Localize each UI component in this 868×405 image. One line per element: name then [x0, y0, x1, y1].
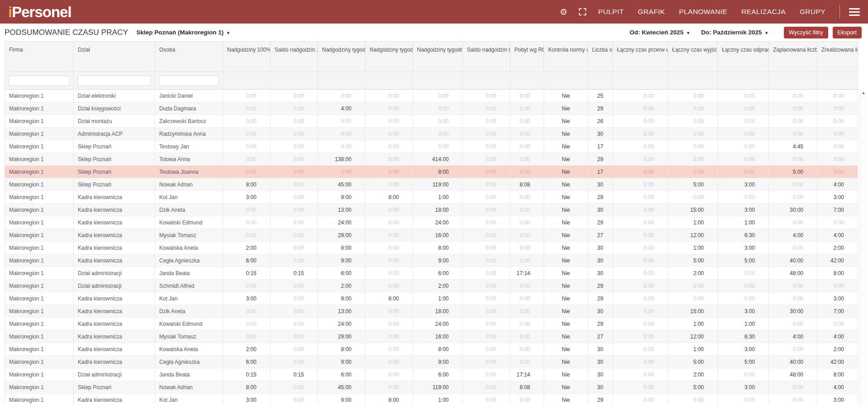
column-header-nadgodziny-do-odebrania[interactable]: Nadgodziny tygodniowe do odebrania	[413, 42, 463, 72]
table-cell: 0:00	[510, 318, 544, 330]
table-row[interactable]: Makroregion 1Sklep PoznańNowak Adrian8:0…	[5, 381, 858, 394]
table-row[interactable]: Makroregion 1Kadra kierowniczaKowalski E…	[5, 318, 858, 330]
column-header-wyjscia-prywatne[interactable]: Łączny czas wyjść prywatnych	[668, 42, 718, 72]
table-cell: 30:00	[769, 305, 817, 318]
table-row[interactable]: Makroregion 1Kadra kierowniczaKowalska A…	[5, 242, 858, 254]
table-row[interactable]: Makroregion 1Kadra kierowniczaCegła Agni…	[5, 356, 858, 368]
fullscreen-icon[interactable]	[579, 8, 586, 15]
table-row[interactable]: Makroregion 1Dział administracjiSchmidt …	[5, 280, 858, 292]
table-cell: 0:00	[613, 90, 668, 102]
table-cell: 17:14	[510, 368, 544, 381]
table-row[interactable]: Makroregion 1Sklep PoznańTestowa Joanna0…	[5, 166, 858, 178]
table-row[interactable]: Makroregion 1Kadra kierowniczaKot Jan3:0…	[5, 292, 858, 305]
nav-item-pulpit[interactable]: PULPIT	[598, 8, 624, 16]
table-cell: Makroregion 1	[5, 394, 74, 405]
table-cell: Kadra kierownicza	[74, 356, 155, 368]
table-row[interactable]: Makroregion 1Dział administracjiJanda Be…	[5, 267, 858, 280]
table-cell: 0:00	[510, 191, 544, 204]
column-header-zrealizowane-nocne[interactable]: Zrealizowana liczba godzin nocnych	[817, 42, 858, 72]
table-cell: 30	[588, 267, 613, 280]
table-cell: 0:00	[510, 330, 544, 343]
nav-item-grupy[interactable]: GRUPY	[800, 8, 825, 16]
table-row[interactable]: Makroregion 1Administracja ACPRadzymińsk…	[5, 128, 858, 140]
table-cell: 30	[588, 204, 613, 216]
table-row[interactable]: Makroregion 1Dział administracjiJanda Be…	[5, 368, 858, 381]
table-cell: 0:00	[365, 166, 413, 178]
export-button[interactable]: Eksport	[833, 27, 862, 38]
table-cell: 6:00	[318, 368, 365, 381]
table-cell: Nie	[544, 229, 588, 242]
table-cell: Kot Jan	[155, 292, 223, 305]
table-cell: 12:00	[668, 330, 718, 343]
table-row[interactable]: Makroregion 1Sklep PoznańTestowy Jan0:00…	[5, 140, 858, 153]
column-header-nadgodziny-tygodniowe[interactable]: Nadgodziny tygodniowe	[318, 42, 365, 72]
table-row[interactable]: Makroregion 1Kadra kierowniczaMysiak Tom…	[5, 330, 858, 343]
date-to-selector[interactable]: Do: Październik 2025 ▾	[701, 29, 768, 36]
table-row[interactable]: Makroregion 1Sklep PoznańTstowa Anna0:00…	[5, 153, 858, 166]
table-cell: 9:00	[413, 356, 463, 368]
date-from-selector[interactable]: Od: Kwiecień 2025 ▾	[630, 29, 689, 36]
table-cell: Makroregion 1	[5, 204, 74, 216]
table-row[interactable]: Makroregion 1Dział elektronikiJanicki Da…	[5, 90, 858, 102]
table-row[interactable]: Makroregion 1Kadra kierowniczaDzik Aneta…	[5, 204, 858, 216]
table-row[interactable]: Makroregion 1Kadra kierowniczaKowalska A…	[5, 343, 858, 356]
table-cell: Makroregion 1	[5, 140, 74, 153]
table-cell: Nie	[544, 140, 588, 153]
table-row[interactable]: Makroregion 1Kadra kierowniczaKowalski E…	[5, 216, 858, 229]
column-header-nadgodziny-100[interactable]: Nadgodziny 100% do odbioru	[223, 42, 270, 72]
table-cell: 0:00	[463, 229, 510, 242]
table-cell: 0:00	[769, 216, 817, 229]
table-cell: 0:00	[718, 280, 769, 292]
filter-input-osoba[interactable]	[159, 76, 219, 86]
scope-selector[interactable]: Sklep Poznań (Makroregion 1) ▾	[136, 29, 229, 36]
column-header-dzial[interactable]: Dział	[74, 42, 155, 72]
vertical-scrollbar[interactable]: ▲	[860, 89, 867, 405]
column-header-zaplanowane-nocne[interactable]: Zaplanowana liczba godzin nocnych	[769, 42, 817, 72]
table-row[interactable]: Makroregion 1Kadra kierowniczaCegła Agni…	[5, 254, 858, 267]
column-header-firma[interactable]: Firma	[5, 42, 74, 72]
table-row[interactable]: Makroregion 1Kadra kierowniczaMysiak Tom…	[5, 229, 858, 242]
nav-item-realizacja[interactable]: REALIZACJA	[741, 8, 786, 16]
table-row[interactable]: Makroregion 1Kadra kierowniczaKot Jan3:0…	[5, 191, 858, 204]
table-cell: 0:00	[223, 229, 270, 242]
column-header-czas-przerw[interactable]: Łączny czas przerw według RCP	[613, 42, 668, 72]
table-cell: Kowalska Aneta	[155, 343, 223, 356]
table-row[interactable]: Makroregion 1Sklep PoznańNowak Adrian8:0…	[5, 178, 858, 191]
settings-gear-icon[interactable]: ⚙	[560, 7, 567, 17]
filter-input-dzial[interactable]	[77, 76, 151, 86]
table-cell: Nie	[544, 394, 588, 405]
scroll-up-arrow-icon[interactable]: ▲	[860, 89, 867, 96]
column-header-kontrola-normy[interactable]: Kontrola normy dobowej	[544, 42, 588, 72]
column-header-pobyt-rcp[interactable]: Pobyt wg RCP	[510, 42, 544, 72]
table-cell: 0:00	[270, 140, 318, 153]
column-header-odpracowania[interactable]: Łączny czas odpracowań wyjść prywatnych	[718, 42, 769, 72]
column-header-liczba-sobot[interactable]: Liczba sobót	[588, 42, 613, 72]
column-header-nadgodziny-do-wyplaty[interactable]: Nadgodziny tygodniowe do wypłaty	[365, 42, 413, 72]
table-cell: 0:00	[613, 356, 668, 368]
filter-input-firma[interactable]	[9, 76, 70, 86]
hamburger-menu-icon[interactable]	[847, 7, 862, 17]
table-row[interactable]: Makroregion 1Kadra kierowniczaDzik Aneta…	[5, 305, 858, 318]
table-cell: Sklep Poznań	[74, 178, 155, 191]
column-header-saldo-tygodniowych[interactable]: Saldo nadgodzin tygodniowych do odbioru	[463, 42, 510, 72]
column-header-osoba[interactable]: Osoba	[155, 42, 223, 72]
table-cell: 29	[588, 280, 613, 292]
table-cell: 0:00	[463, 381, 510, 394]
table-cell: 3:00	[223, 292, 270, 305]
table-cell: 0:00	[463, 191, 510, 204]
table-row[interactable]: Makroregion 1Kadra kierowniczaKot Jan3:0…	[5, 394, 858, 405]
table-cell: Kot Jan	[155, 394, 223, 405]
table-cell: 17	[588, 166, 613, 178]
table-cell: 15:00	[668, 204, 718, 216]
table-cell: Makroregion 1	[5, 153, 74, 166]
column-header-saldo-nadgodzin-100[interactable]: Saldo nadgodzin 100% do odbioru	[270, 42, 318, 72]
nav-item-grafik[interactable]: GRAFIK	[638, 8, 665, 16]
nav-item-planowanie[interactable]: PLANOWANIE	[679, 8, 727, 16]
table-row[interactable]: Makroregion 1Dział montażuZakrzewski Bar…	[5, 115, 858, 128]
table-cell: 6:00	[413, 368, 463, 381]
table-row[interactable]: Makroregion 1Dział księgowościDuda Dagma…	[5, 102, 858, 115]
table-cell: 30	[588, 368, 613, 381]
clear-filters-button[interactable]: Wyczyść filtry	[784, 27, 828, 38]
table-cell: 0:00	[223, 140, 270, 153]
table-cell: 0:00	[769, 128, 817, 140]
